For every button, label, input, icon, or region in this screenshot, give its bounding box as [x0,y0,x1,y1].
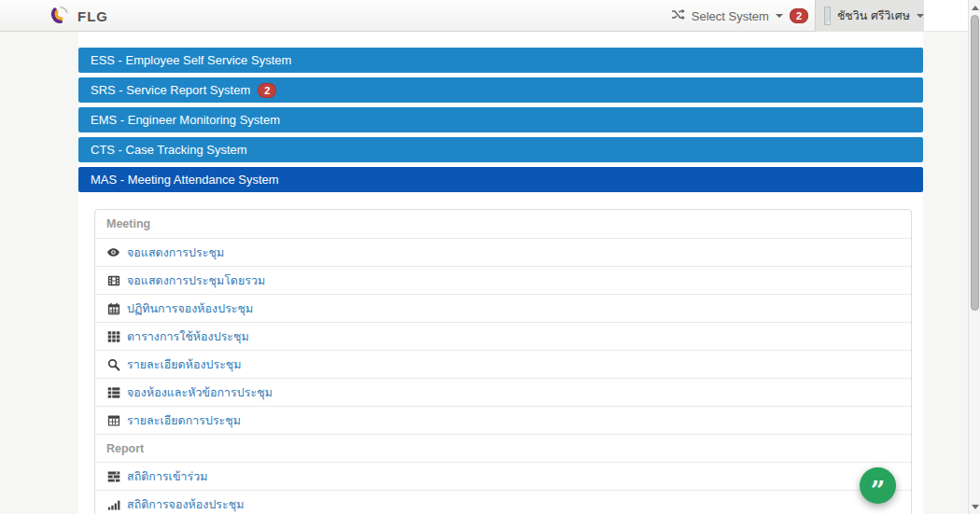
film-icon [106,273,120,287]
menu-item-meeting-details[interactable]: รายละเอียดการประชุม [95,406,911,434]
calendar-icon [106,301,120,315]
mas-menu-panel: Meeting จอแสดงการประชุม จ [94,209,912,514]
chevron-down-icon [776,14,783,18]
table-icon [106,413,120,427]
system-bar-label: SRS - Service Report System [91,77,250,103]
bar-chart-icon [106,497,120,511]
brand-logo[interactable]: FLG [50,0,108,32]
scrollbar-thumb[interactable] [971,15,979,311]
menu-item-book-room-and-topics[interactable]: จองห้องและหัวข้อการประชุม [95,378,911,406]
system-bar-ems[interactable]: EMS - Engineer Monitoring System [78,107,923,132]
avatar [824,7,831,25]
system-bar-srs[interactable]: SRS - Service Report System 2 [78,77,923,103]
menu-item-room-usage-schedule[interactable]: ตารางการใช้ห้องประชุม [95,322,911,350]
menu-item-room-booking-statistics[interactable]: สถิติการจองห้องประชุม [95,490,911,514]
main-content: ESS - Employee Self Service System SRS -… [78,32,923,514]
scroll-down-arrow[interactable] [969,500,980,513]
user-name: ชัชวิน ศรีวิเศษ [837,7,910,25]
quote-icon: ” [871,487,886,496]
system-bar-mas[interactable]: MAS - Meeting Attendance System [78,167,923,192]
vertical-scrollbar [968,0,980,514]
menu-item-attendance-statistics[interactable]: สถิติการเข้าร่วม [95,462,911,490]
chat-quote-button[interactable]: ” [860,467,896,504]
flg-swirl-icon [50,5,70,28]
menu-item-room-details[interactable]: รายละเอียดห้องประชุม [95,350,911,378]
section-header-label: Report [106,442,144,455]
srs-count-badge: 2 [258,83,276,98]
select-system-menu[interactable]: Select System 2 [671,0,808,32]
system-bar-cts[interactable]: CTS - Case Tracking System [78,137,923,162]
menu-item-label: ปฏิทินการจองห้องประชุม [127,299,253,318]
menu-item-label: ตารางการใช้ห้องประชุม [127,327,249,346]
menu-item-meeting-display[interactable]: จอแสดงการประชุม [95,238,911,266]
user-menu[interactable]: ชัชวิน ศรีวิเศษ [815,0,924,32]
system-bar-label: MAS - Meeting Attendance System [91,167,279,192]
top-navbar: FLG Select System 2 ชัชวิน ศรีวิเศษ [0,0,924,32]
system-bar-list: ESS - Employee Self Service System SRS -… [78,32,923,192]
menu-item-label: จอแสดงการประชุม [127,243,224,262]
section-header-meeting: Meeting [95,210,911,238]
menu-item-label: รายละเอียดการประชุม [127,411,241,430]
menu-item-overall-meeting-display[interactable]: จอแสดงการประชุมโดยรวม [95,266,911,294]
search-icon [106,357,120,371]
brand-text: FLG [77,8,108,24]
section-header-report: Report [95,434,911,462]
system-bar-ess[interactable]: ESS - Employee Self Service System [78,48,923,73]
menu-item-label: สถิติการเข้าร่วม [127,467,207,486]
system-bar-label: EMS - Engineer Monitoring System [91,107,280,132]
list-icon [106,385,120,399]
menu-item-label: สถิติการจองห้องประชุม [127,495,245,514]
section-header-label: Meeting [106,217,150,230]
chevron-down-icon [917,14,924,18]
menu-item-label: จองห้องและหัวข้อการประชุม [127,383,273,402]
tasks-icon [106,469,120,483]
menu-item-room-booking-calendar[interactable]: ปฏิทินการจองห้องประชุม [95,294,911,322]
system-bar-label: ESS - Employee Self Service System [91,48,291,73]
notification-badge: 2 [790,8,808,23]
menu-item-label: จอแสดงการประชุมโดยรวม [127,271,265,290]
system-bar-label: CTS - Case Tracking System [91,137,247,162]
select-system-label: Select System [692,9,769,23]
eye-icon [106,245,120,259]
shuffle-icon [671,8,685,23]
navbar-right-gap [924,0,968,32]
grid-icon [106,329,120,343]
scroll-up-arrow[interactable] [969,1,980,14]
menu-item-label: รายละเอียดห้องประชุม [127,355,242,374]
